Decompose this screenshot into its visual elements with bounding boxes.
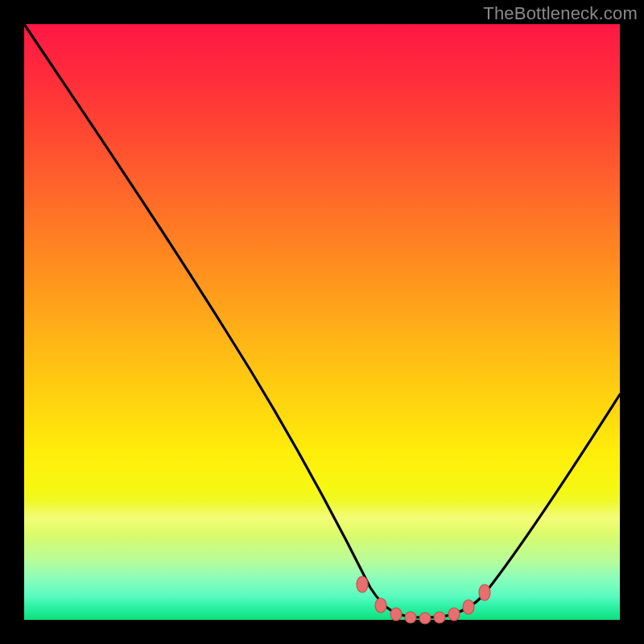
optimal-zone-markers	[357, 576, 490, 624]
svg-point-8	[479, 584, 490, 601]
svg-point-5	[434, 612, 445, 623]
svg-point-0	[357, 576, 368, 592]
svg-point-6	[448, 608, 460, 621]
svg-point-2	[390, 608, 402, 621]
svg-point-1	[375, 598, 386, 613]
bottleneck-curve	[24, 24, 620, 617]
svg-point-3	[405, 612, 416, 623]
curve-layer	[24, 24, 620, 620]
watermark-text: TheBottleneck.com	[483, 3, 638, 24]
svg-point-4	[419, 613, 431, 624]
svg-point-7	[463, 600, 474, 614]
chart-frame: TheBottleneck.com	[0, 0, 644, 644]
